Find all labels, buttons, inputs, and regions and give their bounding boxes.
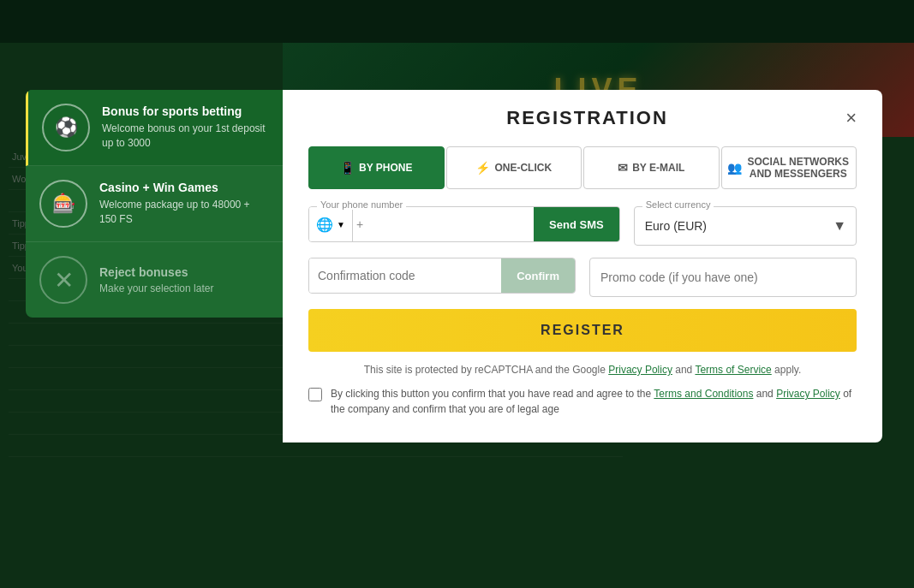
phone-input-wrapper: 🌐 ▼ + Send SMS	[308, 206, 620, 242]
terms-row: By clicking this button you confirm that…	[308, 386, 857, 417]
chevron-down-icon: ▼	[337, 220, 345, 229]
form-row-confirmation-promo: Confirm	[308, 258, 857, 297]
email-tab-icon: ✉	[618, 161, 628, 175]
reject-icon: ✕	[39, 256, 87, 304]
recaptcha-text: This site is protected by reCAPTCHA and …	[364, 364, 606, 376]
globe-icon: 🌐	[316, 217, 333, 233]
phone-flag-selector[interactable]: 🌐 ▼	[309, 207, 353, 241]
bonus-desc-sports: Welcome bonus on your 1st deposit up to …	[102, 122, 269, 151]
register-button[interactable]: REGISTER	[308, 309, 857, 352]
send-sms-button[interactable]: Send SMS	[534, 207, 619, 241]
phone-input[interactable]	[367, 207, 534, 241]
social-tab-icon: 👥	[727, 161, 742, 175]
registration-modal: REGISTRATION × 📱 BY PHONE ⚡ ONE-CLICK ✉ …	[283, 90, 882, 442]
terms-of-service-link[interactable]: Terms of Service	[695, 364, 771, 376]
bonus-title-casino: Casino + Win Games	[99, 181, 269, 194]
one-click-tab-icon: ⚡	[475, 161, 490, 175]
privacy-policy-link[interactable]: Privacy Policy	[608, 364, 672, 376]
terms-text: By clicking this button you confirm that…	[331, 386, 857, 417]
confirmation-code-input[interactable]	[309, 258, 501, 293]
terms-checkbox-text: By clicking this button you confirm that…	[331, 388, 651, 400]
modal-title: REGISTRATION	[329, 107, 845, 129]
currency-label: Select currency	[642, 199, 714, 210]
confirmation-input-wrapper: Confirm	[308, 258, 576, 294]
confirm-button[interactable]: Confirm	[501, 258, 575, 293]
bonus-title-sports: Bonus for sports betting	[102, 104, 269, 118]
recaptcha-notice: This site is protected by reCAPTCHA and …	[308, 364, 857, 376]
tab-one-click[interactable]: ⚡ ONE-CLICK	[446, 146, 582, 189]
tab-by-email[interactable]: ✉ BY E-MAIL	[583, 146, 720, 189]
reject-title: Reject bonuses	[99, 265, 213, 279]
form-row-phone-currency: Your phone number 🌐 ▼ + Send SMS Select …	[308, 206, 857, 246]
promo-code-input[interactable]	[589, 258, 857, 297]
terms-checkbox[interactable]	[308, 388, 322, 401]
tab-social-label: SOCIAL NETWORKS AND MESSENGERS	[746, 156, 851, 180]
currency-input-group: Select currency Euro (EUR) USD GBP RUB ▼	[634, 206, 857, 246]
reject-bonuses-item[interactable]: ✕ Reject bonuses Make your selection lat…	[26, 242, 283, 318]
bonus-panel: ⚽ Bonus for sports betting Welcome bonus…	[26, 90, 283, 318]
bonus-item-casino[interactable]: 🎰 Casino + Win Games Welcome package up …	[26, 166, 283, 242]
sports-icon: ⚽	[42, 104, 90, 151]
promo-input-group	[589, 258, 857, 297]
apply-text: apply.	[774, 364, 801, 376]
bonus-item-sports[interactable]: ⚽ Bonus for sports betting Welcome bonus…	[26, 90, 283, 166]
currency-select[interactable]: Euro (EUR) USD GBP RUB	[634, 206, 857, 246]
phone-input-group: Your phone number 🌐 ▼ + Send SMS	[308, 206, 620, 246]
plus-sign: +	[353, 207, 367, 241]
tab-one-click-label: ONE-CLICK	[494, 162, 552, 174]
bonus-desc-casino: Welcome package up to 48000 + 150 FS	[99, 198, 269, 227]
tab-social-networks[interactable]: 👥 SOCIAL NETWORKS AND MESSENGERS	[721, 146, 857, 189]
and-text: and	[675, 364, 692, 376]
reject-desc: Make your selection later	[99, 282, 213, 294]
tab-by-email-label: BY E-MAIL	[632, 162, 684, 174]
terms-conditions-link[interactable]: Terms and Conditions	[654, 388, 753, 400]
privacy-policy2-link[interactable]: Privacy Policy	[776, 388, 840, 400]
phone-label: Your phone number	[317, 199, 406, 210]
and2-text: and	[756, 388, 774, 400]
phone-tab-icon: 📱	[340, 161, 355, 175]
close-button[interactable]: ×	[845, 109, 857, 128]
tab-by-phone-label: BY PHONE	[359, 162, 412, 174]
confirmation-input-group: Confirm	[308, 258, 576, 297]
modal-header: REGISTRATION ×	[308, 107, 857, 129]
casino-icon: 🎰	[39, 180, 87, 228]
tab-by-phone[interactable]: 📱 BY PHONE	[308, 146, 445, 189]
registration-tabs: 📱 BY PHONE ⚡ ONE-CLICK ✉ BY E-MAIL 👥 SOC…	[308, 146, 857, 189]
